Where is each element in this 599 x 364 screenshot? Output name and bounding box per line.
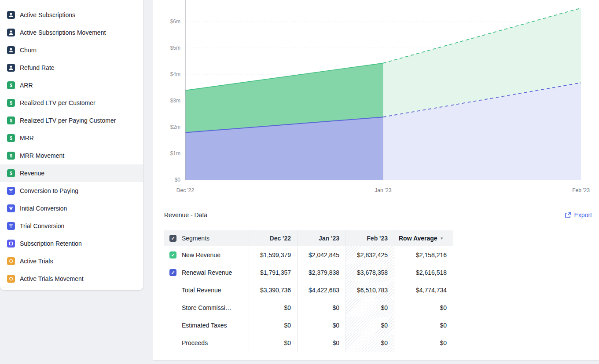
sidebar-item-active-trials-movement[interactable]: Active Trials Movement: [0, 270, 143, 288]
column-header-label: Dec '22: [270, 235, 291, 242]
segment-checkbox[interactable]: ✓: [169, 269, 176, 276]
y-axis-label: $4m: [153, 71, 180, 78]
segment-label: New Revenue: [182, 251, 220, 258]
y-axis-label: $3m: [153, 97, 180, 104]
sidebar-item-active-subscriptions-movement[interactable]: Active Subscriptions Movement: [0, 24, 143, 41]
sidebar-item-label: Churn: [20, 47, 37, 54]
sidebar-item-label: Active Subscriptions: [20, 11, 75, 18]
y-axis-label: $6m: [153, 18, 180, 25]
sidebar-item-realized-ltv-per-customer[interactable]: $Realized LTV per Customer: [0, 94, 143, 112]
cell-proceeds-feb-23: $0: [345, 334, 394, 352]
checkbox-spacer: [169, 304, 176, 311]
sidebar-item-active-trials[interactable]: Active Trials: [0, 252, 143, 270]
sidebar-item-label: ARR: [20, 82, 33, 89]
checkbox-spacer: [169, 339, 176, 346]
table-row-proceeds: Proceeds$0$0$0$0: [164, 334, 453, 352]
cell-estimated-taxes-row-average: $0: [394, 317, 453, 334]
sidebar-item-label: Conversion to Paying: [20, 187, 78, 194]
table-row-total-revenue: Total Revenue$3,390,736$4,422,683$6,510,…: [164, 281, 453, 299]
column-header-segments[interactable]: ✓Segments: [164, 230, 249, 246]
sidebar-item-subscription-retention[interactable]: Subscription Retention: [0, 235, 143, 252]
segment-label: Estimated Taxes: [182, 322, 227, 329]
segment-cell: ✓New Revenue: [164, 246, 249, 264]
cell-proceeds-jan-23: $0: [297, 334, 345, 352]
cell-new-revenue-jan-23: $2,042,845: [297, 246, 345, 264]
segment-cell: Total Revenue: [164, 281, 249, 299]
svg-text:$: $: [10, 101, 12, 106]
sidebar-item-label: Initial Conversion: [20, 205, 67, 212]
cell-renewal-revenue-dec-22: $1,791,357: [249, 264, 297, 281]
export-button[interactable]: Export: [565, 211, 592, 218]
sidebar-item-mrr-movement[interactable]: $MRR Movement: [0, 147, 143, 164]
sidebar-item-churn[interactable]: Churn: [0, 41, 143, 59]
data-section-header: Revenue - Data Export: [164, 211, 592, 218]
column-header-jan-23[interactable]: Jan '23: [297, 230, 345, 246]
segment-checkbox[interactable]: ✓: [169, 251, 176, 258]
sidebar-item-conversion-to-paying[interactable]: Conversion to Paying: [0, 182, 143, 200]
x-axis-label: Dec '22: [176, 187, 194, 193]
y-axis-label: $1m: [153, 150, 180, 157]
svg-text:$: $: [10, 171, 12, 176]
x-axis-label: Feb '23: [572, 187, 590, 193]
table-row-new-revenue: ✓New Revenue$1,599,379$2,042,845$2,832,4…: [164, 246, 453, 264]
metrics-sidebar: Active SubscriptionsActive Subscriptions…: [0, 0, 143, 290]
retention-icon: [7, 240, 15, 248]
cell-proceeds-row-average: $0: [394, 334, 453, 352]
sidebar-item-arr[interactable]: $ARR: [0, 76, 143, 94]
dollar-icon: $: [7, 81, 15, 89]
table-row-renewal-revenue: ✓Renewal Revenue$1,791,357$2,379,838$3,6…: [164, 264, 453, 281]
sidebar-item-label: MRR: [20, 135, 34, 142]
sidebar-item-realized-ltv-per-paying-customer[interactable]: $Realized LTV per Paying Customer: [0, 112, 143, 129]
revenue-chart-plot[interactable]: [185, 0, 581, 180]
revenue-chart[interactable]: $0$1m$2m$3m$4m$5m$6m Dec '22Jan '23Feb '…: [153, 0, 599, 196]
dollar-icon: $: [7, 116, 15, 124]
sidebar-item-label: Revenue: [20, 170, 44, 177]
column-header-feb-23[interactable]: Feb '23: [345, 230, 394, 246]
sidebar-item-initial-conversion[interactable]: Initial Conversion: [0, 200, 143, 217]
sidebar-item-label: Active Subscriptions Movement: [20, 29, 106, 36]
cell-store-commissi-row-average: $0: [394, 299, 453, 317]
trial-icon: [7, 257, 15, 265]
segment-cell: Proceeds: [164, 334, 249, 352]
cell-renewal-revenue-row-average: $2,616,518: [394, 264, 453, 281]
sidebar-item-label: Active Trials Movement: [20, 275, 84, 282]
funnel-icon: [7, 187, 15, 195]
select-all-checkbox[interactable]: ✓: [169, 235, 176, 242]
segment-label: Total Revenue: [182, 287, 221, 294]
svg-text:$: $: [10, 153, 12, 158]
cell-new-revenue-dec-22: $1,599,379: [249, 246, 297, 264]
column-header-dec-22[interactable]: Dec '22: [249, 230, 297, 246]
person-icon: [7, 29, 15, 36]
dollar-icon: $: [7, 152, 15, 160]
cell-renewal-revenue-jan-23: $2,379,838: [297, 264, 345, 281]
sidebar-item-mrr[interactable]: $MRR: [0, 129, 143, 147]
cell-estimated-taxes-dec-22: $0: [249, 317, 297, 334]
column-header-row-average[interactable]: Row Average▼: [394, 230, 453, 246]
person-icon: [7, 46, 15, 54]
export-label: Export: [574, 211, 592, 218]
sidebar-item-label: Realized LTV per Customer: [20, 99, 96, 106]
trial-icon: [7, 275, 15, 283]
cell-total-revenue-jan-23: $4,422,683: [297, 281, 345, 299]
person-icon: [7, 64, 15, 72]
cell-new-revenue-row-average: $2,158,216: [394, 246, 453, 264]
column-header-label: Row Average: [399, 235, 437, 242]
cell-renewal-revenue-feb-23: $3,678,358: [345, 264, 394, 281]
segment-label: Store Commissi…: [182, 304, 232, 311]
sidebar-item-label: Refund Rate: [20, 64, 55, 71]
sidebar-item-trial-conversion[interactable]: Trial Conversion: [0, 217, 143, 235]
sidebar-item-refund-rate[interactable]: Refund Rate: [0, 59, 143, 76]
revenue-data-table: ✓SegmentsDec '22Jan '23Feb '23Row Averag…: [164, 230, 453, 352]
cell-new-revenue-feb-23: $2,832,425: [345, 246, 394, 264]
sidebar-item-label: Subscription Retention: [20, 240, 82, 247]
cell-estimated-taxes-feb-23: $0: [345, 317, 394, 334]
cell-store-commissi-dec-22: $0: [249, 299, 297, 317]
segment-label: Proceeds: [182, 339, 208, 346]
table-header-row: ✓SegmentsDec '22Jan '23Feb '23Row Averag…: [164, 230, 453, 246]
sidebar-item-active-subscriptions[interactable]: Active Subscriptions: [0, 6, 143, 24]
cell-total-revenue-dec-22: $3,390,736: [249, 281, 297, 299]
cell-estimated-taxes-jan-23: $0: [297, 317, 345, 334]
main-panel: $0$1m$2m$3m$4m$5m$6m Dec '22Jan '23Feb '…: [153, 0, 599, 360]
data-section-title: Revenue - Data: [164, 211, 207, 218]
sidebar-item-revenue[interactable]: $Revenue: [0, 164, 143, 182]
